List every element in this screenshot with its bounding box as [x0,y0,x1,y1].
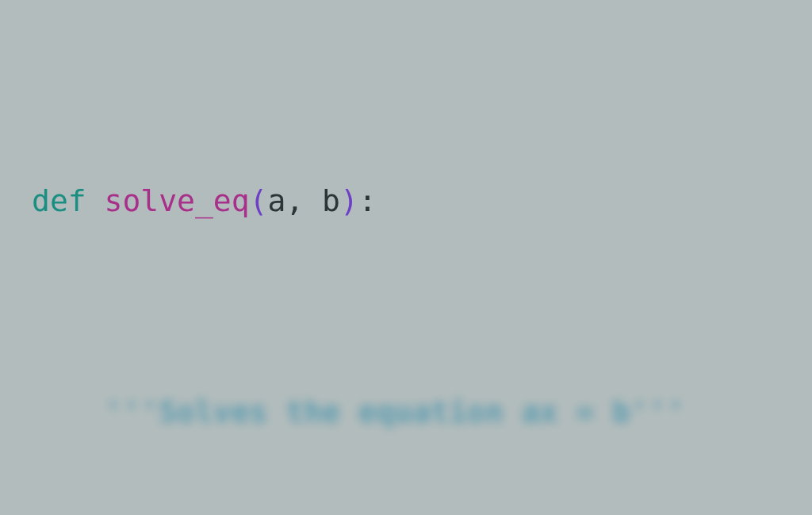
colon: : [358,183,377,218]
docstring: '''Solves the equation ax = b''' [105,394,685,429]
function-name: solve_eq [105,183,250,218]
paren-open: ( [250,183,268,218]
comma: , [285,183,322,218]
param-b: b [322,183,340,218]
param-a: a [267,183,285,218]
code-editor: def solve_eq(a, b): '''Solves the equati… [0,0,812,515]
indent [32,394,105,429]
paren-close: ) [340,183,358,218]
code-line-1: def solve_eq(a, b): [32,180,812,222]
code-line-2-docstring: '''Solves the equation ax = b''' [32,391,812,433]
keyword-def: def [32,183,86,218]
